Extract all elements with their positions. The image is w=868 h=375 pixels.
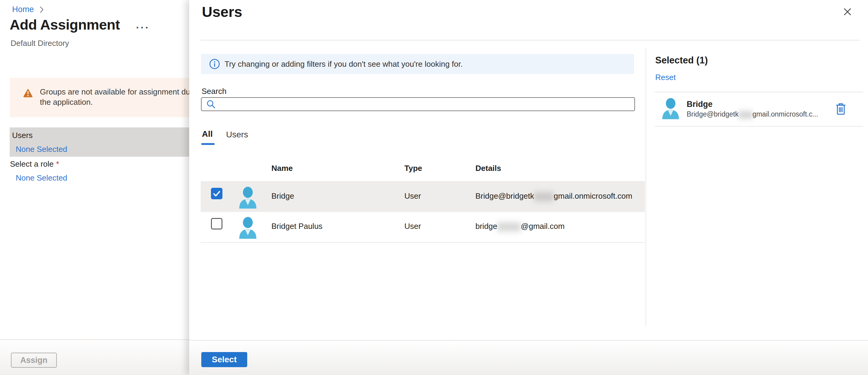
selected-item-email: Bridge@bridgetkxxxxgmail.onmicrosoft.c..… xyxy=(687,110,818,118)
email-prefix: bridge xyxy=(475,221,497,231)
page-title: Add Assignment xyxy=(10,16,120,33)
role-field-label-text: Select a role xyxy=(10,160,54,168)
table-row-bridge[interactable]: Bridge User Bridge@bridgetkxxxxxgmail.on… xyxy=(201,181,645,212)
chevron-right-icon xyxy=(39,6,44,13)
panel-title: Users xyxy=(202,4,242,20)
email-prefix: Bridge@bridgetk xyxy=(475,192,534,201)
more-options-icon[interactable]: ··· xyxy=(136,22,150,34)
user-avatar-icon xyxy=(238,216,258,239)
email-redacted-blur: xxxx xyxy=(739,109,752,120)
role-field-label: Select a role* xyxy=(10,160,59,169)
cell-details: Bridge@bridgetkxxxxxgmail.onmicrosoft.co… xyxy=(475,192,632,201)
select-button[interactable]: Select xyxy=(201,352,247,367)
warning-text: Groups are not available for assignment … xyxy=(40,87,189,107)
content-sidebar-divider xyxy=(646,48,646,326)
tab-users[interactable]: Users xyxy=(226,130,248,139)
email-suffix: @gmail.com xyxy=(521,221,564,231)
email-suffix: gmail.onmicrosoft.c... xyxy=(752,110,818,118)
remove-selected-button[interactable] xyxy=(834,101,848,118)
column-header-name: Name xyxy=(271,164,293,173)
cell-details: bridgexxxxxx@gmail.com xyxy=(475,221,564,231)
selected-item-divider-bottom xyxy=(655,126,863,127)
add-assignment-page: Home Add Assignment ··· Default Director… xyxy=(0,0,189,375)
role-none-selected-link[interactable]: None Selected xyxy=(16,173,67,183)
column-header-type: Type xyxy=(404,164,422,173)
tab-all[interactable]: All xyxy=(202,129,213,139)
required-asterisk: * xyxy=(56,160,59,168)
breadcrumb: Home xyxy=(12,5,44,14)
user-avatar-icon xyxy=(238,186,258,209)
search-label: Search xyxy=(202,87,226,96)
users-none-selected-link[interactable]: None Selected xyxy=(16,145,67,154)
cell-type: User xyxy=(404,221,421,231)
cell-name: Bridge xyxy=(271,192,294,201)
users-panel: Users Try changing or adding filters if … xyxy=(189,0,868,375)
checkmark-icon xyxy=(212,189,221,198)
active-tab-underline xyxy=(201,143,215,145)
info-banner-text: Try changing or adding filters if you do… xyxy=(224,60,463,69)
cell-name: Bridget Paulus xyxy=(271,221,322,231)
row-checkbox-unchecked[interactable] xyxy=(211,218,222,230)
search-input[interactable] xyxy=(201,97,635,111)
page-footer: Assign xyxy=(0,339,189,375)
selected-item-name: Bridge xyxy=(687,100,713,109)
assign-button[interactable]: Assign xyxy=(11,353,57,368)
page-subtitle: Default Directory xyxy=(10,39,69,48)
info-banner: Try changing or adding filters if you do… xyxy=(201,54,634,74)
trash-icon xyxy=(835,102,846,116)
selected-item-divider-top xyxy=(655,92,863,92)
column-header-details: Details xyxy=(475,164,501,173)
selected-summary-title: Selected (1) xyxy=(655,55,708,66)
row-checkbox-checked[interactable] xyxy=(211,188,222,199)
warning-banner: Groups are not available for assignment … xyxy=(10,78,189,117)
email-prefix: Bridge@bridgetk xyxy=(687,110,739,118)
close-button[interactable] xyxy=(841,5,854,19)
table-row-bridget-paulus[interactable]: Bridget Paulus User bridgexxxxxx@gmail.c… xyxy=(201,212,645,243)
email-suffix: gmail.onmicrosoft.com xyxy=(554,192,632,201)
cell-type: User xyxy=(404,192,421,201)
breadcrumb-home-link[interactable]: Home xyxy=(12,5,34,14)
panel-footer: Select xyxy=(189,341,868,375)
users-field[interactable]: Users None Selected xyxy=(10,128,189,157)
title-divider xyxy=(200,40,860,40)
screen: Home Add Assignment ··· Default Director… xyxy=(0,0,868,375)
warning-icon xyxy=(23,88,33,98)
reset-link[interactable]: Reset xyxy=(655,73,676,82)
info-icon xyxy=(209,59,220,69)
email-redacted-blur: xxxxx xyxy=(534,190,554,203)
close-icon xyxy=(843,7,852,16)
email-redacted-blur: xxxxxx xyxy=(497,220,521,233)
user-avatar-icon xyxy=(661,97,681,120)
users-field-label: Users xyxy=(12,131,33,140)
